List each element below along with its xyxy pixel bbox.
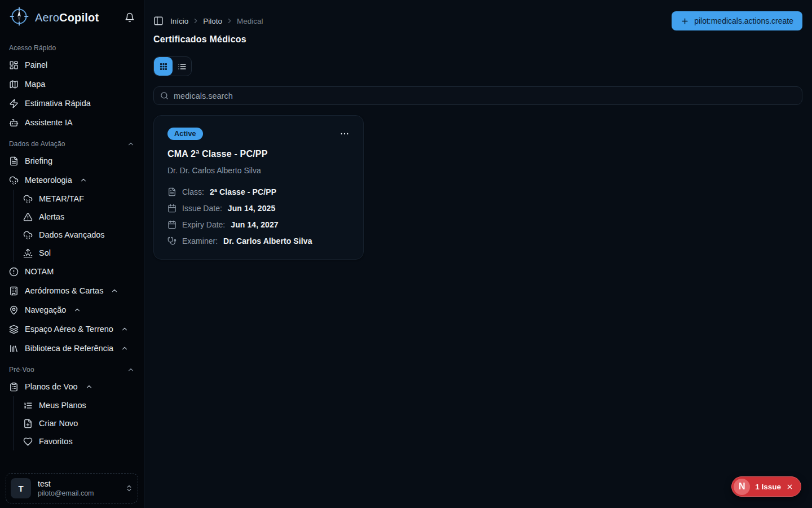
cloud-drizzle-icon	[9, 176, 19, 185]
sidebar-toggle-icon[interactable]	[153, 16, 164, 26]
list-icon	[178, 62, 187, 71]
main-header: Início Piloto Medical pilot:medicals.act…	[153, 11, 802, 30]
chevron-up-icon	[85, 383, 93, 391]
sidebar-item-meus-planos[interactable]: Meus Planos	[23, 396, 135, 414]
sunrise-icon	[23, 248, 33, 258]
sidebar-item-briefing[interactable]: Briefing	[9, 151, 135, 170]
meteorologia-subgroup: METAR/TAF Alertas Dados Avançados Sol	[14, 190, 135, 262]
library-icon	[9, 344, 19, 353]
sidebar-item-favoritos[interactable]: Favoritos	[23, 432, 135, 450]
file-text-icon	[9, 156, 19, 166]
nextjs-logo-icon: N	[734, 479, 750, 495]
dashboard-icon	[9, 60, 19, 70]
main-content: Início Piloto Medical pilot:medicals.act…	[144, 0, 812, 508]
search-bar	[153, 86, 802, 105]
map-icon	[9, 80, 19, 89]
sidebar-item-espaco-aereo[interactable]: Espaço Aéreo & Terreno	[9, 319, 135, 339]
sidebar-item-sol[interactable]: Sol	[23, 244, 135, 262]
chevron-up-icon	[73, 306, 81, 314]
sidebar-item-estimativa[interactable]: Estimativa Rápida	[9, 94, 135, 113]
section-acesso-rapido: Acesso Rápido	[9, 44, 135, 52]
heart-icon	[23, 437, 33, 446]
list-view-button[interactable]	[173, 57, 191, 76]
field-examiner: Examiner: Dr. Carlos Alberto Silva	[167, 237, 350, 246]
clipboard-list-icon	[9, 382, 19, 392]
zap-icon	[9, 99, 19, 108]
sidebar-footer: T test piloto@email.com	[0, 468, 144, 508]
view-toggle	[153, 56, 192, 76]
sidebar-nav: Acesso Rápido Painel Mapa Estimativa Ráp…	[0, 35, 144, 468]
plus-icon	[681, 17, 689, 25]
map-pin-icon	[9, 305, 19, 315]
breadcrumb-piloto[interactable]: Piloto	[203, 17, 222, 25]
medical-certificate-card[interactable]: Active CMA 2ª Classe - PC/PP Dr. Dr. Car…	[153, 115, 364, 260]
building-icon	[9, 286, 19, 296]
grid-view-button[interactable]	[154, 57, 173, 76]
layers-icon	[9, 325, 19, 334]
brand-name: AeroCopilot	[35, 11, 99, 24]
cloud-drizzle-icon	[23, 194, 33, 204]
chevron-up-icon	[80, 176, 87, 184]
breadcrumb-current: Medical	[237, 17, 263, 25]
chevron-up-icon	[127, 140, 135, 148]
field-issue-date: Issue Date: Jun 14, 2025	[167, 204, 350, 213]
certificate-fields: Class: 2ª Classe - PC/PP Issue Date: Jun…	[167, 187, 350, 246]
section-dados-aviacao[interactable]: Dados de Aviação	[9, 140, 135, 148]
file-text-icon	[167, 187, 176, 196]
user-menu[interactable]: T test piloto@email.com	[6, 473, 138, 503]
breadcrumb: Início Piloto Medical	[170, 17, 263, 25]
sidebar-item-painel[interactable]: Painel	[9, 55, 135, 75]
chevron-right-icon	[226, 17, 233, 25]
card-menu-button[interactable]	[339, 129, 350, 139]
breadcrumb-home[interactable]: Início	[170, 17, 188, 25]
page-title: Certificados Médicos	[153, 34, 802, 45]
chevron-up-icon	[127, 366, 135, 374]
chevron-up-icon	[121, 325, 129, 333]
search-icon	[160, 91, 169, 100]
close-icon[interactable]	[786, 483, 793, 491]
field-expiry-date: Expiry Date: Jun 14, 2027	[167, 220, 350, 229]
search-input[interactable]	[174, 91, 796, 100]
sidebar-item-navegacao[interactable]: Navegação	[9, 300, 135, 319]
grid-icon	[159, 62, 168, 71]
sidebar-item-alertas[interactable]: Alertas	[23, 208, 135, 226]
calendar-icon	[167, 220, 176, 229]
field-class: Class: 2ª Classe - PC/PP	[167, 187, 350, 196]
sidebar-item-dados-avancados[interactable]: Dados Avançados	[23, 226, 135, 244]
sidebar-item-assistente[interactable]: Assistente IA	[9, 113, 135, 132]
sidebar-item-planos-voo[interactable]: Planos de Voo	[9, 377, 135, 396]
calendar-icon	[167, 204, 176, 213]
stethoscope-icon	[167, 237, 176, 246]
avatar: T	[11, 478, 31, 498]
sidebar-item-mapa[interactable]: Mapa	[9, 75, 135, 94]
user-name: test	[38, 479, 118, 488]
chevrons-up-down-icon	[125, 484, 133, 492]
sidebar-item-aerodromos[interactable]: Aeródromos & Cartas	[9, 281, 135, 300]
user-email: piloto@email.com	[38, 489, 118, 497]
list-ordered-icon	[23, 401, 33, 410]
sidebar-header: AeroCopilot	[0, 0, 144, 35]
sidebar-item-notam[interactable]: NOTAM	[9, 262, 135, 281]
chevron-right-icon	[192, 17, 200, 25]
sidebar: AeroCopilot Acesso Rápido Painel Mapa Es…	[0, 0, 144, 508]
sidebar-item-biblioteca[interactable]: Biblioteca de Referência	[9, 339, 135, 358]
compass-logo-icon	[9, 6, 29, 29]
file-plus-icon	[23, 419, 33, 428]
section-pre-voo[interactable]: Pré-Voo	[9, 366, 135, 374]
bell-icon[interactable]	[125, 12, 135, 23]
dev-issues-badge[interactable]: N 1 Issue	[731, 476, 801, 497]
alert-circle-icon	[9, 267, 19, 277]
status-badge: Active	[167, 128, 203, 140]
alert-triangle-icon	[23, 212, 33, 222]
cloud-drizzle-icon	[23, 230, 33, 240]
planos-subgroup: Meus Planos Criar Novo Favoritos	[14, 396, 135, 450]
create-medical-button[interactable]: pilot:medicals.actions.create	[672, 11, 802, 30]
certificate-title: CMA 2ª Classe - PC/PP	[167, 149, 350, 159]
certificate-doctor: Dr. Dr. Carlos Alberto Silva	[167, 166, 350, 175]
bot-icon	[9, 118, 19, 128]
chevron-up-icon	[111, 287, 118, 295]
sidebar-item-criar-novo[interactable]: Criar Novo	[23, 414, 135, 432]
sidebar-item-meteorologia[interactable]: Meteorologia	[9, 170, 135, 190]
chevron-up-icon	[121, 344, 129, 352]
sidebar-item-metar-taf[interactable]: METAR/TAF	[23, 190, 135, 208]
